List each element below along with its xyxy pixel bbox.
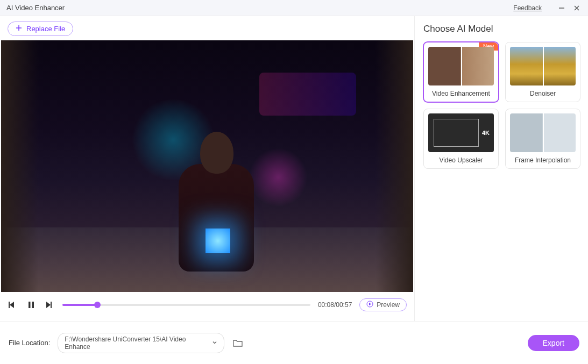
model-thumbnail — [428, 47, 494, 85]
model-label: Denoiser — [530, 90, 556, 97]
replace-file-button[interactable]: Replace File — [8, 22, 73, 36]
export-button[interactable]: Export — [528, 335, 579, 351]
model-frame-interpolation[interactable]: Frame Interpolation — [505, 109, 580, 169]
svg-rect-8 — [32, 302, 34, 308]
svg-marker-9 — [46, 302, 51, 308]
file-location-value: F:\Wondershare UniConverter 15\AI Video … — [65, 336, 212, 351]
open-folder-button[interactable] — [232, 338, 244, 348]
file-location-select[interactable]: F:\Wondershare UniConverter 15\AI Video … — [58, 333, 224, 353]
left-pane: Replace File — [0, 16, 414, 321]
file-location-label: File Location: — [9, 339, 50, 347]
sidebar-heading: Choose AI Model — [423, 24, 580, 34]
close-button[interactable] — [572, 3, 582, 13]
model-thumbnail — [428, 113, 494, 152]
video-preview[interactable] — [1, 40, 413, 292]
progress-slider[interactable] — [62, 301, 310, 309]
replace-file-label: Replace File — [26, 25, 65, 33]
next-frame-button[interactable] — [44, 299, 55, 310]
prev-frame-button[interactable] — [8, 299, 18, 310]
pause-button[interactable] — [26, 299, 37, 310]
model-label: Video Enhancement — [432, 90, 490, 97]
preview-icon — [366, 301, 373, 309]
time-display: 00:08/00:57 — [318, 301, 352, 309]
app-title: AI Video Enhancer — [6, 4, 65, 12]
footer: File Location: F:\Wondershare UniConvert… — [0, 321, 588, 364]
svg-rect-10 — [51, 302, 52, 308]
svg-rect-7 — [29, 302, 31, 308]
feedback-link[interactable]: Feedback — [513, 4, 542, 12]
model-video-upscaler[interactable]: Video Upscaler — [423, 109, 499, 169]
model-denoiser[interactable]: Denoiser — [505, 42, 580, 102]
right-pane: Choose AI Model New Video Enhancement De… — [414, 16, 588, 321]
plus-icon — [16, 25, 22, 33]
player-controls: 00:08/00:57 Preview — [0, 292, 414, 318]
svg-marker-12 — [369, 303, 371, 305]
preview-button[interactable]: Preview — [359, 298, 407, 311]
model-label: Video Upscaler — [439, 156, 483, 164]
model-thumbnail — [510, 113, 576, 152]
titlebar: AI Video Enhancer Feedback — [0, 0, 588, 16]
model-label: Frame Interpolation — [515, 156, 571, 164]
chevron-down-icon — [212, 339, 217, 347]
preview-label: Preview — [377, 301, 400, 309]
svg-marker-5 — [10, 302, 14, 308]
model-thumbnail — [510, 47, 576, 85]
svg-rect-6 — [9, 302, 10, 308]
model-video-enhancement[interactable]: New Video Enhancement — [423, 42, 499, 102]
minimize-button[interactable] — [557, 3, 566, 13]
